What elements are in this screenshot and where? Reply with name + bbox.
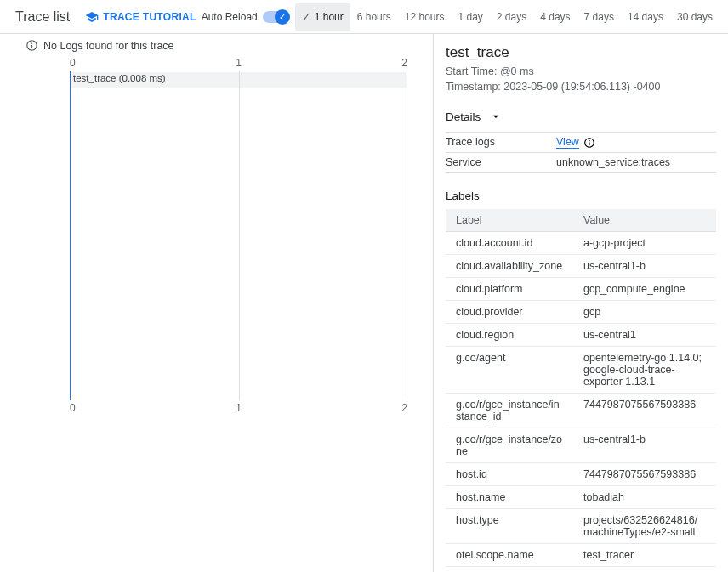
time-range-label: 4 days [540,11,570,23]
time-range-7-days[interactable]: 7 days [577,3,621,31]
time-range-2-days[interactable]: 2 days [490,3,533,31]
label-key: host.type [446,508,573,543]
chart-gridline [70,71,71,400]
auto-reload-toggle[interactable]: ✓ [263,11,288,23]
label-value: 7447987075567593386 [573,462,716,485]
details-key: Service [446,156,556,168]
axis-tick: 2 [401,57,407,69]
trace-name: test_trace [446,44,716,61]
label-row: host.id7447987075567593386 [446,462,716,485]
time-range-6-hours[interactable]: 6 hours [350,3,398,31]
time-range-label: 2 days [497,11,526,23]
school-icon [85,10,99,24]
label-value: us-central1 [573,323,716,346]
label-value: go [573,566,716,572]
chart-gridline [407,71,407,400]
details-value: View [556,136,716,149]
time-range-label: 1 day [458,11,483,23]
labels-col-value: Value [573,209,716,232]
details-value: unknown_service:traces [556,156,716,168]
label-row: g.co/r/gce_instance/instance_id744798707… [446,393,716,428]
label-row: g.co/r/gce_instance/zoneus-central1-b [446,428,716,462]
label-key: host.id [446,462,573,485]
labels-table: Label Value cloud.account.ida-gcp-projec… [446,209,716,572]
trace-waterfall-chart: 0 1 2 test_trace (0.008 ms) 0 1 2 [34,57,407,414]
time-range-14-days[interactable]: 14 days [621,3,670,31]
label-row: otel.scope.nametest_tracer [446,543,716,566]
no-logs-text: No Logs found for this trace [43,40,174,52]
label-value: opentelemetry-go 1.14.0; google-cloud-tr… [573,346,716,393]
label-row: host.typeprojects/632526624816/machineTy… [446,508,716,543]
axis-tick: 0 [70,57,76,69]
top-bar: Trace list TRACE TUTORIAL Auto Reload ✓ … [0,0,728,34]
time-range-label: 30 days [677,11,713,23]
chart-axis-top: 0 1 2 [70,57,407,69]
chart-axis-bottom: 0 1 2 [70,402,407,414]
label-key: otel.scope.name [446,543,573,566]
label-key: g.co/r/gce_instance/instance_id [446,393,573,428]
details-section-header[interactable]: Details [446,110,716,123]
details-header-text: Details [446,110,481,123]
chart-gridline [239,71,240,400]
label-key: g.co/r/gce_instance/zone [446,428,573,462]
label-key: cloud.account.id [446,231,573,254]
details-table: Trace logs View Service unknown_service:… [446,132,716,173]
labels-col-label: Label [446,209,573,232]
labels-header-row: Label Value [446,209,716,232]
label-key: telemetry.sdk.language [446,566,573,572]
label-row: cloud.availability_zoneus-central1-b [446,254,716,277]
label-row: telemetry.sdk.languagego [446,566,716,572]
span-label: test_trace (0.008 ms) [73,73,166,83]
time-range-1-hour[interactable]: ✓1 hour [295,3,350,31]
check-icon: ✓ [302,10,311,23]
axis-tick: 1 [236,402,242,414]
trace-logs-view-link[interactable]: View [556,136,579,149]
label-value: tobadiah [573,485,716,508]
label-value: a-gcp-project [573,231,716,254]
label-key: g.co/agent [446,346,573,393]
label-row: cloud.regionus-central1 [446,323,716,346]
time-range-4-days[interactable]: 4 days [533,3,577,31]
trace-meta: Start Time: @0 ms Timestamp: 2023-05-09 … [446,65,716,94]
label-key: cloud.region [446,323,573,346]
details-key: Trace logs [446,136,556,149]
info-icon [26,39,38,52]
page-title: Trace list [15,9,70,25]
label-value: us-central1-b [573,428,716,462]
label-row: cloud.account.ida-gcp-project [446,231,716,254]
label-key: cloud.platform [446,277,573,300]
label-row: g.co/agentopentelemetry-go 1.14.0; googl… [446,346,716,393]
label-key: cloud.availability_zone [446,254,573,277]
axis-tick: 0 [70,402,76,414]
labels-section-header: Labels [446,190,716,202]
time-range-label: 7 days [584,11,614,23]
details-row-trace-logs: Trace logs View [446,133,716,153]
time-range-30-days[interactable]: 30 days [670,3,719,31]
label-row: cloud.providergcp [446,300,716,323]
chevron-down-icon [489,110,503,123]
label-row: host.nametobadiah [446,485,716,508]
tutorial-label: TRACE TUTORIAL [103,11,196,23]
time-range-label: 6 hours [357,11,391,23]
no-logs-message: No Logs found for this trace [26,39,433,52]
chart-plot-area: test_trace (0.008 ms) [70,71,407,400]
check-icon: ✓ [276,10,289,24]
auto-reload: Auto Reload ✓ [202,11,288,23]
auto-reload-label: Auto Reload [202,11,258,23]
time-range-label: 12 hours [405,11,445,23]
label-value: us-central1-b [573,254,716,277]
trace-chart-panel: No Logs found for this trace 0 1 2 test_… [0,34,434,572]
time-range-1-day[interactable]: 1 day [452,3,490,31]
time-range-label: 14 days [628,11,663,23]
trace-details-panel: test_trace Start Time: @0 ms Timestamp: … [434,34,728,572]
label-value: gcp_compute_engine [573,277,716,300]
trace-tutorial-link[interactable]: TRACE TUTORIAL [85,10,196,24]
trace-start-time: Start Time: @0 ms [446,65,716,80]
label-value: test_tracer [573,543,716,566]
info-outline-icon[interactable] [583,137,595,149]
axis-tick: 2 [401,402,407,414]
label-value: 7447987075567593386 [573,393,716,428]
time-range-12-hours[interactable]: 12 hours [398,3,452,31]
axis-tick: 1 [236,57,242,69]
time-range-selector: ✓1 hour6 hours12 hours1 day2 days4 days7… [295,0,719,33]
